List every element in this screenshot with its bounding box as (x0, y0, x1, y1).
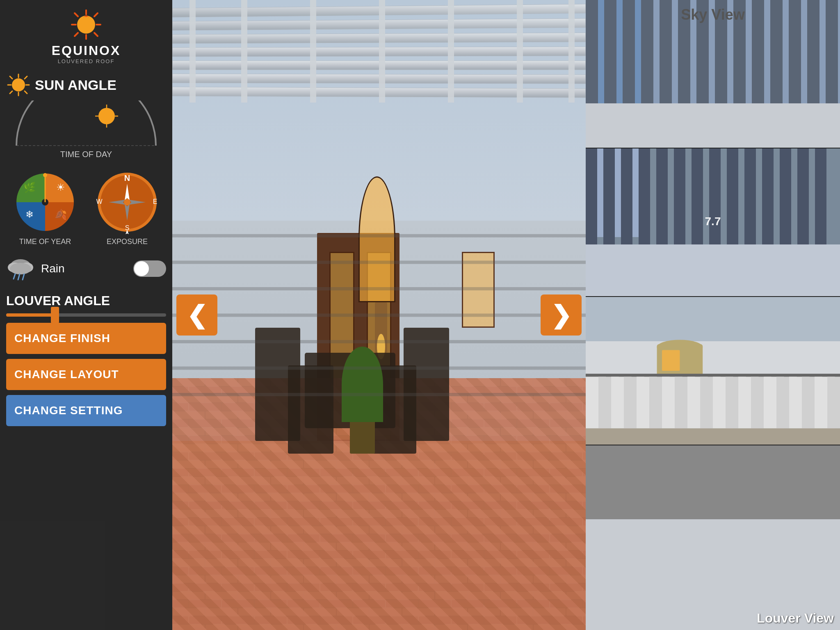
louver-view-svg (586, 445, 840, 630)
svg-text:❄: ❄ (25, 209, 34, 220)
patio-scene: ❮ ❯ (172, 0, 586, 630)
louver-slider-thumb[interactable] (51, 307, 59, 323)
app-container: EQUINOX LOUVERED ROOF SUN ANGLE (0, 0, 840, 630)
svg-text:☀: ☀ (56, 182, 65, 193)
svg-rect-63 (517, 0, 523, 103)
building-view-cell[interactable] (586, 297, 840, 445)
change-setting-button[interactable]: CHANGE SETTING (6, 395, 166, 426)
exposure-box[interactable]: N S E W EX (88, 169, 166, 246)
louver-slider-track[interactable] (6, 313, 166, 317)
change-finish-button[interactable]: CHANGE FINISH (6, 323, 166, 354)
svg-rect-90 (586, 103, 840, 148)
svg-point-25 (100, 110, 113, 122)
svg-line-16 (25, 91, 27, 94)
sky-view-bg: Sky View (586, 0, 840, 148)
right-arrow-icon: ❯ (551, 301, 571, 329)
louver-angle-section: LOUVER ANGLE (6, 293, 166, 317)
svg-rect-106 (597, 148, 603, 237)
right-panel: Sky View (586, 0, 840, 630)
sun-angle-section: SUN ANGLE TIME OF DAY (6, 73, 166, 165)
svg-rect-89 (635, 0, 641, 103)
next-scene-button[interactable]: ❯ (541, 294, 582, 336)
building-view-svg (586, 297, 840, 445)
sun-arc-svg[interactable] (8, 100, 164, 150)
logo-company-name: EQUINOX (52, 43, 121, 58)
svg-text:🌿: 🌿 (23, 181, 36, 193)
mid-view-cell[interactable]: 7.7 (586, 148, 840, 297)
svg-rect-107 (615, 148, 621, 237)
svg-rect-58 (189, 0, 196, 103)
svg-line-15 (10, 76, 12, 79)
rain-toggle[interactable] (133, 260, 166, 277)
exposure-compass[interactable]: N S E W (94, 169, 160, 235)
svg-line-17 (25, 76, 27, 79)
sun-angle-icon (6, 73, 31, 97)
svg-line-50 (14, 274, 15, 279)
louver-view-bg: Louver View (586, 445, 840, 630)
svg-line-18 (10, 91, 12, 94)
rain-label: Rain (41, 262, 127, 275)
svg-rect-88 (616, 0, 623, 103)
logo-sun-icon (70, 8, 103, 41)
shadow-svg (172, 221, 586, 410)
left-panel: EQUINOX LOUVERED ROOF SUN ANGLE (0, 0, 172, 630)
svg-rect-64 (568, 0, 575, 103)
svg-point-49 (10, 263, 31, 274)
svg-point-32 (43, 173, 47, 177)
roof-slats-svg (172, 0, 586, 103)
svg-point-10 (12, 78, 25, 91)
svg-text:W: W (96, 198, 103, 205)
svg-line-8 (75, 33, 78, 36)
change-layout-button[interactable]: CHANGE LAYOUT (6, 359, 166, 390)
time-of-year-wheel[interactable]: 🌿 ☀ 🍂 ❄ (12, 169, 78, 235)
left-arrow-icon: ❮ (187, 301, 207, 329)
svg-rect-138 (586, 428, 840, 445)
svg-line-5 (75, 13, 78, 16)
svg-rect-62 (448, 0, 454, 103)
svg-point-43 (124, 199, 130, 205)
prev-scene-button[interactable]: ❮ (176, 294, 217, 336)
exposure-label: EXPOSURE (107, 237, 148, 246)
sun-angle-label: SUN ANGLE (35, 77, 116, 93)
louver-slider-container[interactable] (6, 313, 166, 317)
time-of-year-box[interactable]: 🌿 ☀ 🍂 ❄ TIME OF YEAR (6, 169, 84, 246)
svg-line-51 (18, 274, 20, 280)
sky-view-title: Sky View (681, 6, 744, 23)
svg-rect-112 (586, 297, 840, 341)
time-of-day-label: TIME OF DAY (60, 150, 112, 159)
svg-rect-61 (379, 0, 385, 103)
logo-subtitle: LOUVERED ROOF (58, 58, 115, 64)
shadow-lines (172, 221, 586, 410)
svg-rect-60 (310, 0, 316, 103)
svg-rect-116 (662, 350, 680, 371)
louver-angle-label: LOUVER ANGLE (6, 293, 166, 308)
sun-arc-container[interactable]: TIME OF DAY (6, 100, 166, 163)
louver-view-cell[interactable]: Louver View (586, 445, 840, 630)
svg-text:7.7: 7.7 (705, 215, 721, 228)
svg-line-7 (94, 13, 98, 16)
svg-line-6 (94, 33, 98, 36)
louver-slider-fill (6, 313, 54, 317)
time-of-year-label: TIME OF YEAR (19, 237, 71, 246)
rain-row: Rain (6, 254, 166, 283)
logo-area: EQUINOX LOUVERED ROOF (52, 8, 121, 64)
svg-text:N: N (124, 173, 130, 183)
svg-text:E: E (153, 198, 158, 205)
svg-rect-137 (827, 377, 840, 428)
svg-line-52 (23, 274, 24, 280)
svg-rect-108 (632, 148, 639, 237)
svg-point-9 (79, 17, 94, 32)
mid-view-svg: 7.7 (586, 148, 840, 296)
mid-view-bg: 7.7 (586, 148, 840, 296)
rain-toggle-knob (134, 261, 149, 276)
svg-rect-59 (241, 0, 247, 103)
svg-text:🍂: 🍂 (55, 208, 67, 220)
building-view-bg (586, 297, 840, 445)
louver-view-title: Louver View (757, 611, 834, 626)
main-scene-area: ❮ ❯ (172, 0, 586, 630)
sun-angle-header: SUN ANGLE (6, 73, 166, 97)
sky-view-cell[interactable]: Sky View (586, 0, 840, 148)
svg-rect-87 (598, 0, 604, 103)
svg-rect-109 (586, 244, 840, 296)
season-exposure-row: 🌿 ☀ 🍂 ❄ TIME OF YEAR (6, 169, 166, 246)
